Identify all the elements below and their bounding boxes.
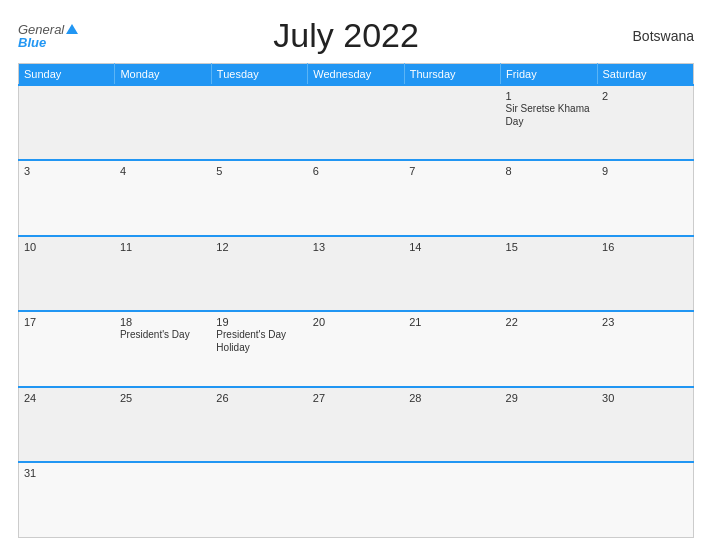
day-number: 9 xyxy=(602,165,688,177)
calendar-cell: 26 xyxy=(211,387,307,462)
day-number: 12 xyxy=(216,241,302,253)
calendar-header-row: Sunday Monday Tuesday Wednesday Thursday… xyxy=(19,64,694,86)
day-number: 11 xyxy=(120,241,206,253)
calendar-cell: 13 xyxy=(308,236,404,311)
day-number: 23 xyxy=(602,316,688,328)
calendar-cell xyxy=(404,462,500,537)
day-number: 19 xyxy=(216,316,302,328)
col-sunday: Sunday xyxy=(19,64,115,86)
calendar-cell: 5 xyxy=(211,160,307,235)
calendar-cell xyxy=(597,462,693,537)
calendar-cell: 28 xyxy=(404,387,500,462)
calendar-body: 1Sir Seretse Khama Day234567891011121314… xyxy=(19,85,694,538)
logo: General Blue xyxy=(18,23,78,49)
calendar-cell xyxy=(501,462,597,537)
calendar-cell: 4 xyxy=(115,160,211,235)
calendar-cell: 17 xyxy=(19,311,115,386)
calendar-cell: 24 xyxy=(19,387,115,462)
day-number: 2 xyxy=(602,90,688,102)
calendar-cell xyxy=(115,85,211,160)
calendar-cell: 16 xyxy=(597,236,693,311)
calendar-week-row: 1718President's Day19President's Day Hol… xyxy=(19,311,694,386)
calendar-week-row: 1Sir Seretse Khama Day2 xyxy=(19,85,694,160)
calendar-week-row: 31 xyxy=(19,462,694,537)
day-number: 1 xyxy=(506,90,592,102)
day-number: 18 xyxy=(120,316,206,328)
day-number: 3 xyxy=(24,165,110,177)
calendar-cell: 30 xyxy=(597,387,693,462)
logo-blue-text: Blue xyxy=(18,36,78,49)
calendar-cell xyxy=(19,85,115,160)
calendar-cell: 10 xyxy=(19,236,115,311)
col-monday: Monday xyxy=(115,64,211,86)
day-number: 20 xyxy=(313,316,399,328)
calendar-cell: 9 xyxy=(597,160,693,235)
calendar-cell xyxy=(308,462,404,537)
day-number: 24 xyxy=(24,392,110,404)
calendar-cell xyxy=(404,85,500,160)
calendar-cell: 22 xyxy=(501,311,597,386)
calendar-cell: 21 xyxy=(404,311,500,386)
calendar-cell: 11 xyxy=(115,236,211,311)
day-number: 28 xyxy=(409,392,495,404)
calendar-cell: 6 xyxy=(308,160,404,235)
calendar-cell: 23 xyxy=(597,311,693,386)
country-label: Botswana xyxy=(614,28,694,44)
day-number: 29 xyxy=(506,392,592,404)
day-number: 21 xyxy=(409,316,495,328)
calendar-cell: 8 xyxy=(501,160,597,235)
day-number: 6 xyxy=(313,165,399,177)
day-number: 7 xyxy=(409,165,495,177)
calendar-cell: 7 xyxy=(404,160,500,235)
day-number: 27 xyxy=(313,392,399,404)
calendar-week-row: 24252627282930 xyxy=(19,387,694,462)
day-number: 5 xyxy=(216,165,302,177)
day-number: 31 xyxy=(24,467,110,479)
calendar-cell: 3 xyxy=(19,160,115,235)
calendar-cell xyxy=(115,462,211,537)
col-friday: Friday xyxy=(501,64,597,86)
col-saturday: Saturday xyxy=(597,64,693,86)
calendar-cell: 31 xyxy=(19,462,115,537)
calendar-cell: 14 xyxy=(404,236,500,311)
calendar-table: Sunday Monday Tuesday Wednesday Thursday… xyxy=(18,63,694,538)
calendar-cell: 19President's Day Holiday xyxy=(211,311,307,386)
day-number: 22 xyxy=(506,316,592,328)
header: General Blue July 2022 Botswana xyxy=(18,16,694,55)
day-number: 30 xyxy=(602,392,688,404)
day-number: 4 xyxy=(120,165,206,177)
calendar-title: July 2022 xyxy=(78,16,614,55)
calendar-cell xyxy=(211,462,307,537)
calendar-cell: 20 xyxy=(308,311,404,386)
calendar-cell: 15 xyxy=(501,236,597,311)
calendar-cell xyxy=(211,85,307,160)
day-number: 15 xyxy=(506,241,592,253)
logo-triangle-icon xyxy=(66,24,78,34)
calendar-cell: 12 xyxy=(211,236,307,311)
day-number: 17 xyxy=(24,316,110,328)
day-number: 16 xyxy=(602,241,688,253)
day-event: President's Day Holiday xyxy=(216,329,286,353)
day-number: 10 xyxy=(24,241,110,253)
calendar-cell: 18President's Day xyxy=(115,311,211,386)
logo-general-text: General xyxy=(18,23,64,36)
calendar-cell: 1Sir Seretse Khama Day xyxy=(501,85,597,160)
col-wednesday: Wednesday xyxy=(308,64,404,86)
day-event: Sir Seretse Khama Day xyxy=(506,103,590,127)
col-tuesday: Tuesday xyxy=(211,64,307,86)
calendar-cell: 25 xyxy=(115,387,211,462)
col-thursday: Thursday xyxy=(404,64,500,86)
calendar-week-row: 3456789 xyxy=(19,160,694,235)
day-number: 14 xyxy=(409,241,495,253)
calendar-cell: 2 xyxy=(597,85,693,160)
day-number: 26 xyxy=(216,392,302,404)
day-event: President's Day xyxy=(120,329,190,340)
calendar-cell: 27 xyxy=(308,387,404,462)
calendar-cell: 29 xyxy=(501,387,597,462)
day-number: 13 xyxy=(313,241,399,253)
day-number: 8 xyxy=(506,165,592,177)
day-number: 25 xyxy=(120,392,206,404)
calendar-week-row: 10111213141516 xyxy=(19,236,694,311)
page: General Blue July 2022 Botswana Sunday M… xyxy=(0,0,712,550)
calendar-cell xyxy=(308,85,404,160)
